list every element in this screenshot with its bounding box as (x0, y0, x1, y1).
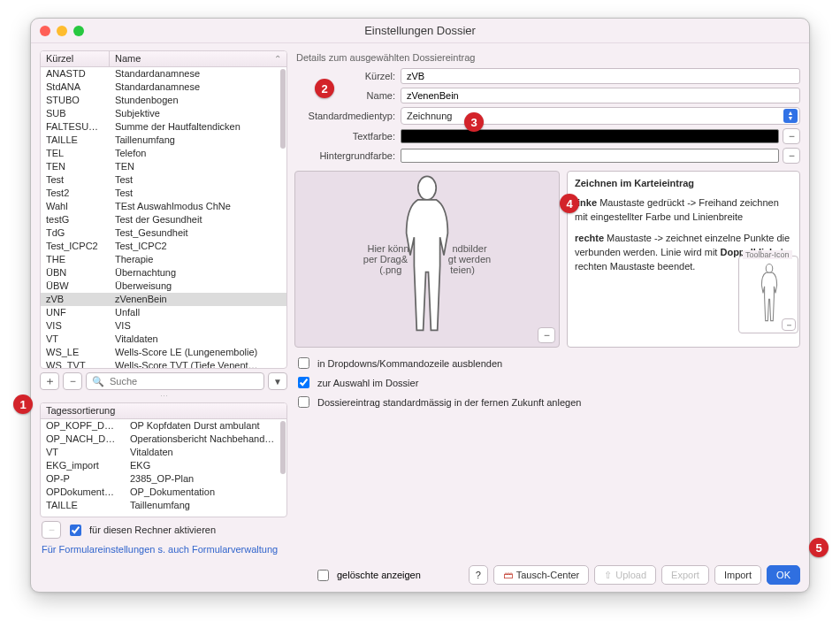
textcolor-swatch[interactable] (401, 129, 779, 143)
table-row[interactable]: WS_LEWells-Score LE (Lungenembolie) (41, 346, 286, 359)
scrollbar[interactable] (280, 69, 286, 149)
col-kurzel[interactable]: Kürzel (41, 51, 110, 66)
titlebar: Einstellungen Dossier (31, 19, 809, 43)
table-row[interactable]: UNFUnfall (41, 306, 286, 319)
preview-clear-button[interactable]: － (538, 327, 555, 343)
col-name[interactable]: Name⌃ (110, 51, 286, 66)
hide-checkbox[interactable] (298, 357, 309, 369)
textcolor-clear-button[interactable]: － (783, 128, 800, 144)
scrollbar[interactable] (280, 421, 286, 474)
footer: gelöschte anzeigen ? 🗃Tausch-Center ⇧Upl… (31, 562, 809, 592)
remove-sort-button[interactable]: － (42, 521, 61, 539)
table-row[interactable]: VISVIS (41, 319, 286, 333)
activate-row: － für diesen Rechner aktivieren (40, 517, 287, 542)
bgcolor-clear-button[interactable]: － (783, 148, 800, 164)
future-checkbox-row[interactable]: Dossiereintrag standardmässig in der fer… (294, 394, 800, 410)
table-row[interactable]: TdGTest_Gesundheit (41, 226, 286, 240)
table-row[interactable]: OP_KOPF_DU…OP Kopfdaten Durst ambulant (41, 419, 286, 433)
hide-checkbox-row[interactable]: in Dropdowns/Kommandozeile ausblenden (294, 355, 800, 371)
details-title: Details zum ausgewählten Dossiereintrag (296, 52, 800, 63)
table-row[interactable]: TELTelefon (41, 147, 286, 160)
select-arrows-icon: ▲▼ (783, 109, 798, 123)
resize-handle-icon[interactable]: ⋯ (40, 392, 287, 401)
table-row[interactable]: ÜBWÜberweisung (41, 280, 286, 293)
annotation-badge-5: 5 (809, 538, 829, 557)
field-kurzel: Kürzel: (294, 68, 800, 84)
name-input[interactable] (401, 88, 800, 103)
ok-button[interactable]: OK (767, 565, 800, 585)
toolbar-icon-box: Toolbar-Icon － (738, 256, 798, 333)
dossier-table: Kürzel Name⌃ ANASTDStandardanamneseStdAN… (40, 50, 287, 369)
tausch-center-button[interactable]: 🗃Tausch-Center (493, 565, 590, 585)
table-row[interactable]: OP_NACH_D…Operationsbericht Nachbehand… (41, 433, 286, 446)
select-checkbox-row[interactable]: zur Auswahl im Dossier (294, 374, 800, 391)
table-row[interactable]: StdANAStandardanamnese (41, 80, 286, 94)
table-row[interactable]: testGTest der Gesundheit (41, 213, 286, 226)
remove-button[interactable]: － (63, 372, 82, 390)
table-row[interactable]: WahlTEst Auswahlmodus ChNe (41, 200, 286, 213)
future-checkbox[interactable] (298, 396, 309, 408)
tagessortierung-table: Tagessortierung OP_KOPF_DU…OP Kopfdaten … (40, 402, 287, 517)
bgcolor-swatch[interactable] (401, 149, 779, 163)
toolbar-icon-clear-button[interactable]: － (782, 318, 796, 331)
settings-window: Einstellungen Dossier Kürzel Name⌃ ANAST… (30, 18, 810, 593)
import-button[interactable]: Import (714, 565, 761, 585)
field-medientyp: Standardmedientyp: Zeichnung ▲▼ (294, 107, 800, 125)
activate-label: für diesen Rechner aktivieren (89, 525, 216, 535)
field-textfarbe: Textfarbe: － (294, 128, 800, 144)
table-row[interactable]: FALTESUMMSumme der Hautfaltendicken (41, 120, 286, 134)
toolbar-body-icon (754, 264, 784, 325)
search-input[interactable] (108, 375, 258, 387)
kurzel-input[interactable] (401, 68, 800, 84)
medientyp-select[interactable]: Zeichnung ▲▼ (401, 107, 800, 125)
deleted-checkbox[interactable] (317, 570, 329, 581)
activate-checkbox[interactable] (70, 525, 81, 536)
table-row[interactable]: OP-P2385_OP-Plan (41, 472, 286, 486)
table-row[interactable]: VTVitaldaten (41, 446, 286, 459)
table-row[interactable]: OPDokument…OP_Dokumentation (41, 486, 286, 499)
upload-icon: ⇧ (604, 570, 612, 581)
annotation-badge-2: 2 (315, 79, 334, 98)
add-button[interactable]: ＋ (40, 372, 59, 390)
table-row[interactable]: ÜBNÜbernachtung (41, 266, 286, 280)
svg-point-1 (766, 264, 773, 273)
close-icon[interactable] (40, 26, 50, 36)
chevron-up-icon: ⌃ (274, 54, 281, 64)
window-controls (40, 26, 84, 36)
table-header: Kürzel Name⌃ (41, 51, 286, 67)
annotation-badge-3: 3 (464, 112, 484, 132)
table-row[interactable]: STUBOStundenbogen (41, 94, 286, 107)
svg-point-0 (418, 176, 436, 199)
table-row[interactable]: TAILLETaillenumfang (41, 134, 286, 147)
table-row[interactable]: TENTEN (41, 160, 286, 173)
table-row[interactable]: Test_ICPC2Test_ICPC2 (41, 240, 286, 253)
table-row[interactable]: THETherapie (41, 253, 286, 266)
table-body[interactable]: ANASTDStandardanamneseStdANAStandardanam… (41, 67, 286, 368)
tages-body[interactable]: OP_KOPF_DU…OP Kopfdaten Durst ambulantOP… (41, 419, 286, 517)
minimize-icon[interactable] (57, 26, 67, 36)
table-row[interactable]: EKG_importEKG (41, 459, 286, 472)
search-field[interactable]: 🔍 (86, 372, 264, 390)
table-row[interactable]: TAILLETaillenumfang (41, 499, 286, 512)
select-checkbox[interactable] (298, 377, 309, 388)
info-line-1: linke Maustaste gedrückt -> Freihand zei… (575, 196, 792, 225)
filter-button[interactable]: ▼ (268, 372, 287, 390)
table-row[interactable]: SUBSubjektive (41, 107, 286, 120)
list-toolbar: ＋ － 🔍 ▼ (40, 372, 287, 390)
zoom-icon[interactable] (73, 26, 84, 36)
upload-button[interactable]: ⇧Upload (594, 565, 656, 585)
formular-link[interactable]: Für Formulareinstellungen s. auch Formul… (40, 542, 287, 560)
export-button[interactable]: Export (661, 565, 709, 585)
package-icon: 🗃 (503, 570, 513, 580)
table-row[interactable]: VTVitaldaten (41, 333, 286, 346)
preview-box[interactable]: Hier könn ndbilder per Drag& gt werden (… (294, 171, 560, 348)
options-checkboxes: in Dropdowns/Kommandozeile ausblenden zu… (294, 355, 800, 410)
table-row[interactable]: zVBzVenenBein (41, 293, 286, 306)
table-row[interactable]: ANASTDStandardanamnese (41, 67, 286, 80)
table-row[interactable]: TestTest (41, 173, 286, 187)
deleted-checkbox-row[interactable]: gelöschte anzeigen (314, 567, 421, 584)
info-title: Zeichnen im Karteieintrag (575, 177, 792, 191)
table-row[interactable]: WS_TVTWells-Score TVT (Tiefe Venent… (41, 359, 286, 368)
table-row[interactable]: Test2Test (41, 187, 286, 200)
help-button[interactable]: ? (469, 565, 488, 585)
